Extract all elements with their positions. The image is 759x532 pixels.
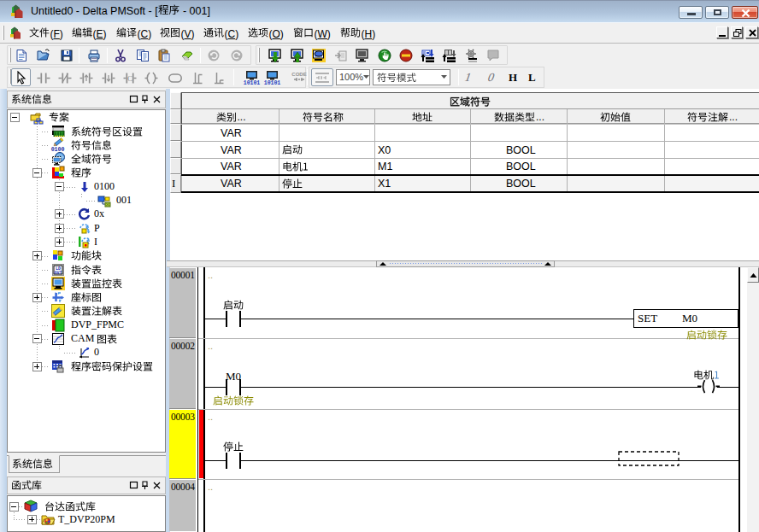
- svg-text:10101: 10101: [264, 80, 281, 86]
- svg-text:OVT: OVT: [54, 269, 62, 274]
- svg-text:C: C: [127, 74, 132, 83]
- svg-text:10101: 10101: [244, 80, 261, 86]
- svg-text:CODE: CODE: [291, 72, 306, 77]
